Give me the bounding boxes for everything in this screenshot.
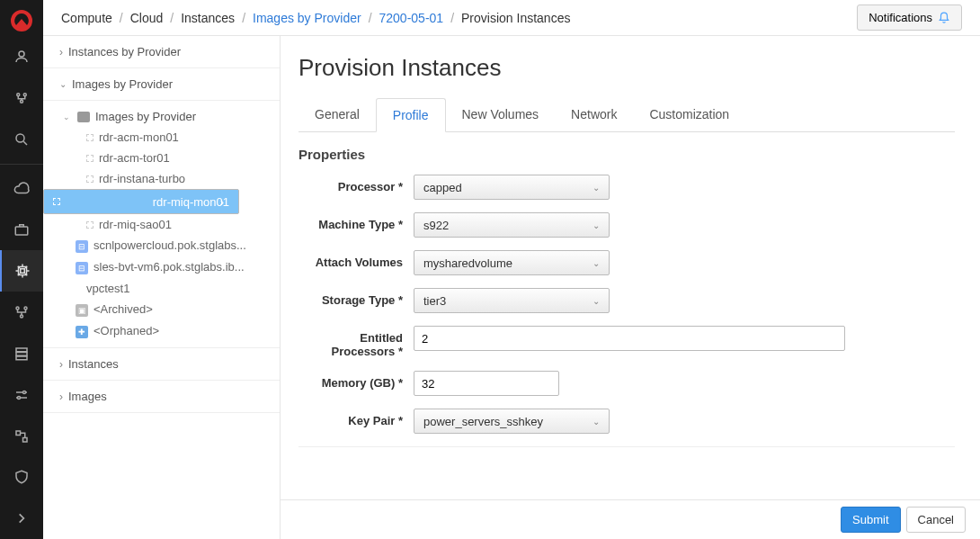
attach-volumes-label: Attach Volumes — [298, 250, 414, 269]
nav-cloud-icon[interactable] — [0, 168, 43, 210]
notifications-button[interactable]: Notifications — [857, 4, 962, 31]
tabs: General Profile New Volumes Network Cust… — [298, 98, 955, 132]
tab-new-volumes[interactable]: New Volumes — [446, 98, 556, 131]
nav-storage-icon[interactable] — [0, 333, 43, 374]
nav-sliders-icon[interactable] — [0, 374, 43, 416]
svg-point-14 — [23, 391, 26, 393]
nav-shield-icon[interactable] — [0, 456, 43, 498]
entitled-processors-label: Entitled Processors * — [298, 326, 414, 358]
main-content: Provision Instances General Profile New … — [281, 36, 980, 499]
nav-org-icon[interactable] — [0, 77, 43, 119]
tab-profile[interactable]: Profile — [376, 98, 446, 132]
bc-cloud[interactable]: Cloud — [130, 11, 164, 25]
folder-icon — [77, 112, 90, 122]
nav-search-icon[interactable] — [0, 119, 43, 160]
sidebar-group-instances-by-provider[interactable]: Instances by Provider — [43, 36, 280, 68]
section-title: Properties — [298, 147, 955, 162]
tree-leaf-orphaned[interactable]: ✚<Orphaned> — [43, 320, 280, 342]
bc-instances[interactable]: Instances — [181, 11, 235, 25]
sidebar-group-images-by-provider[interactable]: Images by Provider — [43, 68, 280, 101]
svg-rect-13 — [16, 356, 27, 360]
key-pair-label: Key Pair * — [298, 409, 414, 427]
svg-rect-12 — [16, 352, 27, 355]
processor-label: Processor * — [298, 175, 414, 193]
cancel-button[interactable]: Cancel — [906, 507, 966, 533]
tree-leaf-rdr-instana-turbo[interactable]: rdr-instana-turbo — [43, 168, 280, 189]
tree-leaf-vpctest1[interactable]: vpctest1 — [43, 278, 280, 299]
chevron-down-icon: ⌄ — [592, 183, 600, 193]
svg-point-0 — [19, 51, 24, 57]
sidebar-group-images[interactable]: Images — [43, 381, 280, 413]
topbar: Compute/ Cloud/ Instances/ Images by Pro… — [43, 0, 980, 36]
svg-rect-16 — [16, 431, 21, 436]
notifications-label: Notifications — [869, 11, 932, 24]
storage-type-select[interactable]: tier3⌄ — [414, 288, 610, 313]
memory-input[interactable] — [414, 371, 559, 396]
svg-point-4 — [16, 134, 24, 142]
sidebar-group-instances[interactable]: Instances — [43, 348, 280, 381]
machine-type-select[interactable]: s922⌄ — [414, 212, 610, 238]
svg-point-3 — [21, 100, 23, 103]
nav-topology-icon[interactable] — [0, 292, 43, 333]
nav-toolbox-icon[interactable] — [0, 210, 43, 251]
left-nav-rail — [0, 0, 43, 539]
tree-leaf-rdr-miq-mon01[interactable]: rdr-miq-mon01 — [43, 189, 239, 214]
entitled-processors-input[interactable] — [414, 326, 845, 351]
app-logo — [5, 5, 38, 36]
svg-point-15 — [18, 396, 21, 399]
chevron-down-icon: ⌄ — [592, 258, 600, 268]
nav-chip-icon[interactable] — [0, 250, 43, 292]
processor-select[interactable]: capped⌄ — [414, 175, 610, 200]
tab-customization[interactable]: Customization — [633, 98, 745, 131]
nav-expand-icon[interactable] — [0, 498, 43, 539]
svg-point-1 — [17, 94, 20, 96]
bc-images-by-provider[interactable]: Images by Provider — [253, 11, 361, 25]
tree-leaf-rdr-acm-tor01[interactable]: rdr-acm-tor01 — [43, 148, 280, 168]
machine-type-label: Machine Type * — [298, 212, 414, 231]
tab-network[interactable]: Network — [555, 98, 633, 131]
svg-point-8 — [16, 307, 19, 310]
bc-7200-05-01[interactable]: 7200-05-01 — [379, 11, 444, 25]
nav-user-icon[interactable] — [0, 36, 43, 77]
svg-point-2 — [23, 94, 26, 96]
svg-point-9 — [24, 307, 27, 310]
svg-rect-5 — [15, 227, 28, 235]
svg-rect-7 — [21, 269, 25, 274]
page-title: Provision Instances — [298, 54, 955, 82]
tree-leaf-scnlpowercloud[interactable]: ⊟scnlpowercloud.pok.stglabs... — [43, 235, 280, 256]
tree-leaf-rdr-miq-sao01[interactable]: rdr-miq-sao01 — [43, 214, 280, 235]
submit-button[interactable]: Submit — [841, 507, 900, 533]
svg-point-10 — [21, 315, 23, 318]
key-pair-select[interactable]: power_servers_sshkey⌄ — [414, 409, 610, 434]
nav-branch-icon[interactable] — [0, 416, 43, 457]
tab-general[interactable]: General — [298, 98, 376, 131]
tree-root-images[interactable]: Images by Provider — [43, 106, 280, 127]
chevron-down-icon: ⌄ — [592, 417, 600, 427]
chevron-down-icon: ⌄ — [592, 296, 600, 306]
tree-leaf-sles-bvt-vm6[interactable]: ⊟sles-bvt-vm6.pok.stglabs.ib... — [43, 256, 280, 278]
tree-leaf-rdr-acm-mon01[interactable]: rdr-acm-mon01 — [43, 127, 280, 148]
sidebar: Instances by Provider Images by Provider… — [43, 36, 281, 539]
bc-current: Provision Instances — [461, 11, 570, 25]
chevron-down-icon: ⌄ — [592, 220, 600, 230]
bc-compute[interactable]: Compute — [61, 11, 112, 25]
svg-rect-17 — [23, 437, 28, 442]
bell-icon — [938, 12, 950, 24]
memory-label: Memory (GB) * — [298, 371, 414, 390]
attach-volumes-select[interactable]: mysharedvolume⌄ — [414, 250, 610, 275]
footer: Submit Cancel — [281, 499, 980, 539]
tree-leaf-archived[interactable]: ▣<Archived> — [43, 299, 280, 320]
breadcrumb: Compute/ Cloud/ Instances/ Images by Pro… — [61, 11, 570, 25]
svg-rect-11 — [16, 348, 27, 352]
storage-type-label: Storage Type * — [298, 288, 414, 307]
